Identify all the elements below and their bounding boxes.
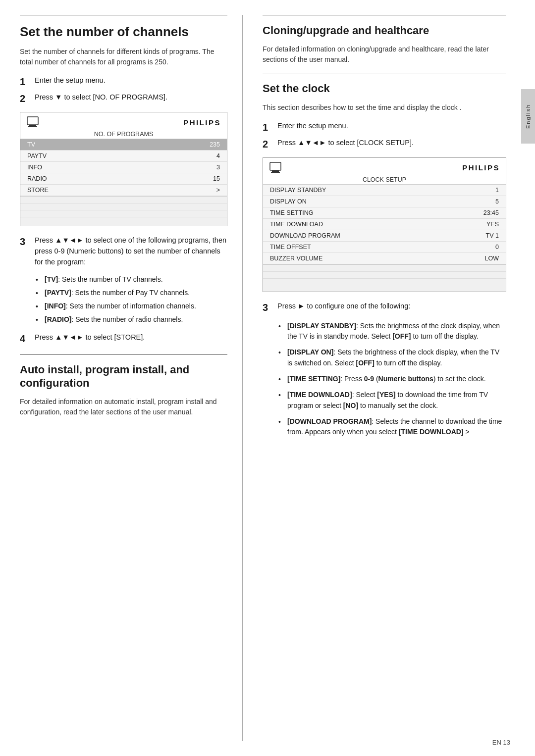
clock-value-time-offset: 0 [495,244,499,251]
clock-bullet-list: • [DISPLAY STANDBY]: Sets the brightness… [263,321,506,438]
clock-bullet-time-download: • [TIME DOWNLOAD]: Select [YES] to downl… [278,390,506,411]
svg-rect-2 [28,126,37,127]
left-column: Set the number of channels Set the numbe… [0,15,243,741]
bullet-paytv-dot: • [36,288,45,299]
bullet-tv: • [TV]: Sets the number of TV channels. [36,274,227,285]
section2-rule-left [20,354,227,354]
step-1: 1 Enter the setup menu. [20,75,227,88]
main-content: Set the number of channels Set the numbe… [0,0,521,756]
bullet-info-text: [INFO]: Sets the number of information c… [45,301,227,311]
clock-value-display-on: 5 [495,198,499,205]
svg-rect-5 [271,172,280,173]
menu-row-tv: TV 235 [20,139,227,151]
clock-bullet-time-setting: • [TIME SETTING]: Press 0-9 (Numeric but… [278,374,506,385]
clock-label-time-offset: TIME OFFSET [270,244,311,251]
steps-1-2: 1 Enter the setup menu. 2 Press ▼ to sel… [20,75,227,105]
section1-body: Set the number of channels for different… [20,47,227,67]
bullet-info-dot: • [36,302,45,312]
menu-logo-row-right: PHILIPS [263,158,506,175]
step-3-text: Press ▲▼◄► to select one of the followin… [35,235,227,267]
menu-value-radio: 15 [213,175,220,182]
bullet-list-3: • [TV]: Sets the number of TV channels. … [20,274,227,325]
menu-header-right: PHILIPS CLOCK SETUP [263,158,506,185]
menu-label-store: STORE [27,187,49,194]
svg-rect-4 [272,170,279,172]
clock-label-download-program: DOWNLOAD PROGRAM [270,232,340,239]
clock-row-display-standby: DISPLAY STANDBY 1 [263,185,506,196]
clock-value-download-program: TV 1 [486,232,499,239]
clock-bullet-ts-dot: • [278,374,287,385]
step-4-list: 4 Press ▲▼◄► to select [STORE]. [20,332,227,345]
clock-steps-1-2: 1 Enter the setup menu. 2 Press ▲▼◄► to … [263,121,506,151]
step-4: 4 Press ▲▼◄► to select [STORE]. [20,332,227,345]
clock-body: This section describes how to set the ti… [263,102,506,113]
right-column: Cloning/upgrade and healthcare For detai… [243,15,521,741]
clock-label-display-standby: DISPLAY STANDBY [270,187,326,194]
step3-container: 3 Press ▲▼◄► to select one of the follow… [20,235,227,325]
clock-bullet-dp-dot: • [278,417,287,428]
clock-label-display-on: DISPLAY ON [270,198,307,205]
menu-label-paytv: PAYTV [27,152,47,159]
bullet-tv-text: [TV]: Sets the number of TV channels. [45,274,227,285]
menu-row-radio: RADIO 15 [20,173,227,185]
clock-label-buzzer-volume: BUZZER VOLUME [270,255,322,262]
bullet-radio-text: [RADIO]: Sets the number of radio channe… [45,314,227,325]
step-4-text: Press ▲▼◄► to select [STORE]. [35,332,227,343]
clock-menu-empty [263,264,506,292]
clock-step3-container: 3 Press ► to configure one of the follow… [263,301,506,438]
clock-bullet-dp-text: [DOWNLOAD PROGRAM]: Selects the channel … [287,416,506,438]
clock-bullet-display-on: • [DISPLAY ON]: Sets the brightness of t… [278,347,506,368]
menu-row-paytv: PAYTV 4 [20,151,227,162]
clock-row-time-setting: TIME SETTING 23:45 [263,207,506,219]
clock-step-1-num: 1 [263,121,277,134]
bullet-paytv: • [PAYTV]: Sets the number of Pay TV cha… [36,288,227,299]
clock-step-2: 2 Press ▲▼◄► to select [CLOCK SETUP]. [263,138,506,151]
clock-row-buzzer-volume: BUZZER VOLUME LOW [263,253,506,264]
section1-title: Set the number of channels [20,24,227,40]
menu-row-info: INFO 3 [20,162,227,173]
clock-value-time-download: YES [486,221,499,228]
clock-bullet-ds-dot: • [278,321,287,332]
bullet-radio: • [RADIO]: Sets the number of radio chan… [36,314,227,325]
bullet-radio-dot: • [36,315,45,325]
clock-row-time-download: TIME DOWNLOAD YES [263,219,506,230]
menu-logo-text-left: PHILIPS [183,118,221,127]
step-3-num: 3 [20,235,35,248]
clock-row-time-offset: TIME OFFSET 0 [263,242,506,253]
clock-bullet-display-standby: • [DISPLAY STANDBY]: Sets the brightness… [278,321,506,342]
clock-row-display-on: DISPLAY ON 5 [263,196,506,207]
clock-step-3-list: 3 Press ► to configure one of the follow… [263,301,506,314]
menu-label-tv: TV [27,141,35,148]
step-2-text: Press ▼ to select [NO. OF PROGRAMS]. [35,92,227,103]
svg-rect-3 [270,162,281,170]
cloning-title: Cloning/upgrade and healthcare [263,24,506,37]
menu-value-tv: 235 [210,141,220,148]
step-1-num: 1 [20,75,35,88]
svg-rect-0 [27,117,38,125]
clock-step-3-intro: Press ► to configure one of the followin… [277,301,506,312]
clock-value-display-standby: 1 [495,187,499,194]
menu-row-store: STORE > [20,185,227,196]
step-3-list: 3 Press ▲▼◄► to select one of the follow… [20,235,227,267]
clock-step-3: 3 Press ► to configure one of the follow… [263,301,506,314]
clock-bullet-do-dot: • [278,348,287,358]
clock-value-time-setting: 23:45 [483,209,499,216]
clock-bullet-td-dot: • [278,390,287,401]
menu-box-left: PHILIPS NO. OF PROGRAMS TV 235 PAYTV 4 I… [20,112,227,226]
menu-logo-row-left: PHILIPS [20,112,227,130]
clock-value-buzzer-volume: LOW [485,255,499,262]
menu-box-right: PHILIPS CLOCK SETUP DISPLAY STANDBY 1 DI… [263,157,506,292]
clock-bullet-ts-text: [TIME SETTING]: Press 0-9 (Numeric butto… [287,374,506,385]
clock-rule [263,73,506,73]
clock-step-2-num: 2 [263,138,277,151]
clock-bullet-ds-text: [DISPLAY STANDBY]: Sets the brightness o… [287,321,506,342]
philips-icon-right [269,160,288,175]
section2-body: For detailed information on automatic in… [20,397,227,417]
step-2-num: 2 [20,92,35,105]
step-3: 3 Press ▲▼◄► to select one of the follow… [20,235,227,267]
clock-step-1-text: Enter the setup menu. [277,121,506,132]
bullet-info: • [INFO]: Sets the number of information… [36,301,227,312]
top-rule-left [20,15,227,15]
side-tab-label: English [525,104,531,129]
svg-rect-1 [29,125,36,126]
